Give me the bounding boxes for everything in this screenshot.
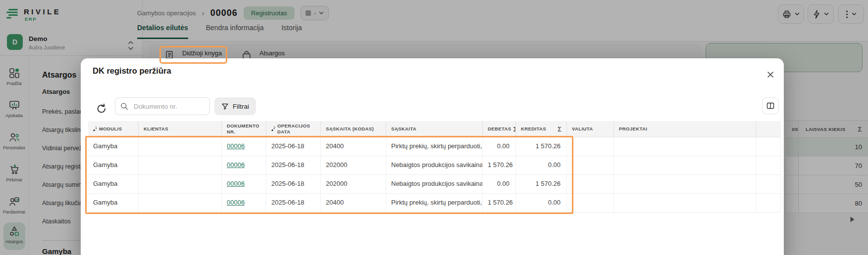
filter-button[interactable]: Filtrai	[214, 97, 256, 115]
sum-icon[interactable]: Σ	[558, 126, 562, 133]
table-row[interactable]: Gamyba000062025-06-18202000Nebaigtos pro…	[88, 156, 781, 175]
table-cell	[756, 194, 781, 212]
sort-indicator: ▴1	[93, 126, 97, 132]
column-label: SĄSKAITA	[391, 126, 416, 132]
table-cell: 2025-06-18	[266, 175, 321, 193]
column-settings-button[interactable]	[762, 97, 779, 114]
table-cell: 00006	[222, 194, 266, 212]
columns-icon	[766, 102, 774, 110]
table-cell: Gamyba	[88, 156, 139, 174]
column-label: DEBETAS	[488, 126, 511, 132]
column-header-modulis[interactable]: ▴1MODULIS	[88, 121, 139, 137]
column-label: KLIENTAS	[144, 126, 168, 132]
document-link[interactable]: 00006	[227, 142, 245, 150]
close-icon	[767, 71, 774, 78]
table-cell: 2025-06-18	[266, 194, 321, 212]
table-cell: 202000	[321, 156, 386, 174]
table-cell: Pirktų prekių, skirtų perparduoti, įsigi…	[386, 137, 483, 156]
table-cell: 1 570.26	[483, 194, 516, 212]
filter-funnel-icon	[221, 103, 229, 110]
column-label: SĄSKAITA (KODAS)	[326, 126, 374, 132]
table-cell: 20400	[321, 194, 386, 212]
table-cell: 00006	[222, 137, 266, 156]
column-header-kreditas[interactable]: KREDITASΣ	[516, 121, 567, 137]
column-header-debetas[interactable]: DEBETASΣ	[483, 121, 516, 137]
dk-register-modal: DK registro peržiūra Filtrai	[81, 58, 784, 255]
column-header-empty[interactable]	[756, 121, 781, 137]
table-cell	[756, 137, 781, 156]
table-cell: Pirktų prekių, skirtų perparduoti, įsigi…	[386, 194, 483, 212]
document-link[interactable]: 00006	[227, 180, 245, 187]
table-cell	[139, 156, 222, 174]
table-cell	[567, 175, 614, 193]
table-cell	[567, 137, 614, 156]
modal-title: DK registro peržiūra	[93, 66, 171, 76]
table-cell: 0.00	[483, 175, 516, 193]
table-cell: 2025-06-18	[266, 137, 321, 156]
table-cell	[756, 175, 781, 193]
dk-register-table: ▴1MODULISKLIENTASDOKUMENTO NR.▴2OPERACIJ…	[88, 121, 781, 212]
table-cell: 202000	[321, 175, 386, 193]
search-box	[115, 97, 210, 115]
table-row[interactable]: Gamyba000062025-06-1820400Pirktų prekių,…	[88, 137, 781, 156]
column-label: DOKUMENTO NR.	[227, 123, 261, 135]
table-cell: Gamyba	[88, 175, 139, 193]
document-link[interactable]: 00006	[227, 161, 245, 169]
table-cell	[567, 156, 614, 174]
column-header-valiuta[interactable]: VALIUTA	[567, 121, 614, 137]
table-cell: 1 570.26	[516, 175, 567, 193]
search-icon	[120, 102, 128, 110]
column-header-klientas[interactable]: KLIENTAS	[139, 121, 222, 137]
table-cell: Gamyba	[88, 194, 139, 212]
table-cell: 2025-06-18	[266, 156, 321, 174]
column-header-operacijos-data[interactable]: ▴2OPERACIJOS DATA	[266, 121, 321, 137]
column-label: PROJEKTAI	[619, 126, 647, 132]
table-cell: 0.00	[483, 137, 516, 156]
column-label: KREDITAS	[521, 126, 546, 132]
table-row[interactable]: Gamyba000062025-06-1820400Pirktų prekių,…	[88, 194, 781, 212]
document-link[interactable]: 00006	[227, 199, 245, 206]
table-cell	[614, 156, 756, 174]
table-cell: 1 570.26	[516, 137, 567, 156]
column-header-projektai[interactable]: PROJEKTAI	[614, 121, 756, 137]
table-cell	[756, 156, 781, 174]
table-cell	[139, 137, 222, 156]
column-header-sąskaita-kodas-[interactable]: SĄSKAITA (KODAS)	[321, 121, 386, 137]
refresh-button[interactable]	[96, 103, 107, 115]
table-body: Gamyba000062025-06-1820400Pirktų prekių,…	[88, 137, 781, 212]
table-cell: Nebaigtos produkcijos savikaina	[386, 175, 483, 193]
table-cell: Nebaigtos produkcijos savikaina	[386, 156, 483, 174]
column-label: OPERACIJOS DATA	[277, 123, 315, 135]
table-cell	[139, 194, 222, 212]
table-cell: 0.00	[516, 194, 567, 212]
table-cell: 20400	[321, 137, 386, 156]
app-screen: RIVILE ERP D Demo Aušra Juodienė Pradžia…	[0, 0, 868, 255]
table-header-row: ▴1MODULISKLIENTASDOKUMENTO NR.▴2OPERACIJ…	[88, 121, 781, 137]
column-header-dokumento-nr-[interactable]: DOKUMENTO NR.	[222, 121, 266, 137]
close-button[interactable]	[765, 69, 776, 80]
table-cell	[567, 194, 614, 212]
table-cell	[614, 194, 756, 212]
column-label: MODULIS	[99, 126, 122, 132]
column-label: VALIUTA	[572, 126, 593, 132]
table-cell: 0.00	[516, 156, 567, 174]
table-cell	[139, 175, 222, 193]
table-cell: Gamyba	[88, 137, 139, 156]
refresh-icon	[96, 103, 107, 115]
table-cell: 00006	[222, 175, 266, 193]
table-cell: 1 570.26	[483, 156, 516, 174]
table-cell	[614, 137, 756, 156]
table-cell: 00006	[222, 156, 266, 174]
table-row[interactable]: Gamyba000062025-06-18202000Nebaigtos pro…	[88, 175, 781, 194]
search-input[interactable]	[133, 102, 204, 111]
sort-indicator: ▴2	[271, 126, 275, 132]
table-cell	[614, 175, 756, 193]
column-header-sąskaita[interactable]: SĄSKAITA	[386, 121, 483, 137]
